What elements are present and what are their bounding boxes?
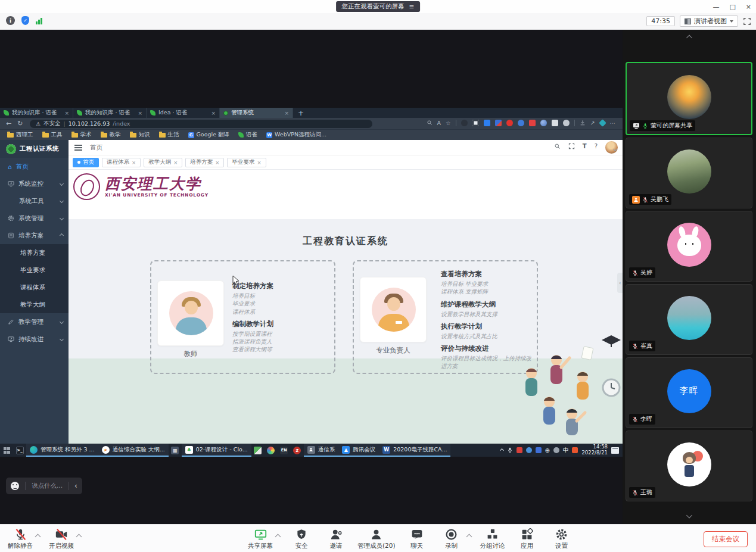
tag-training-plan[interactable]: 培养方案× xyxy=(185,158,224,167)
tag-home[interactable]: 首页 xyxy=(73,158,99,167)
bookmark-webvpn[interactable]: WWebVPN远程访问... xyxy=(266,131,326,139)
calculator-icon[interactable]: ▦ xyxy=(169,444,182,457)
browser-extension-hub-icon[interactable] xyxy=(599,119,606,127)
help-icon[interactable]: ? xyxy=(595,143,598,149)
scroll-up-icon[interactable] xyxy=(686,35,692,41)
reader-icon[interactable]: A xyxy=(437,120,441,126)
manage-members-button[interactable]: 管理成员(20) xyxy=(357,528,396,550)
new-tab-button[interactable]: + xyxy=(293,108,309,118)
favorites-icon[interactable]: ☆ xyxy=(446,120,451,126)
start-video-button[interactable]: 开启视频 xyxy=(48,528,74,550)
paint-app-icon[interactable] xyxy=(265,444,278,457)
submenu-item-syllabus[interactable]: 教学大纲 xyxy=(0,296,69,313)
chat-button[interactable]: 聊天 xyxy=(404,528,430,550)
taskbar-window-dept[interactable]: 通信系 xyxy=(304,444,339,457)
more-menu-icon[interactable]: ⋯ xyxy=(610,120,616,126)
sidebar-item-continuous-improve[interactable]: 持续改进 xyxy=(0,330,69,348)
red-app-icon[interactable]: z xyxy=(291,444,304,457)
sidebar-item-home[interactable]: ⌂ 首页 xyxy=(0,158,69,175)
sogou-icon[interactable] xyxy=(572,447,578,453)
ime-indicator[interactable]: 中 xyxy=(563,447,569,454)
tag-course-system[interactable]: 课程体系× xyxy=(102,158,141,167)
bookmark-folder[interactable]: 知识 xyxy=(130,131,150,139)
docs-extension-icon[interactable] xyxy=(484,120,490,126)
browser-tab[interactable]: Idea · 语雀 × xyxy=(147,108,220,118)
address-bar[interactable]: ⚠ 不安全 | 10.102.126.93/index xyxy=(30,120,372,128)
unmute-button[interactable]: 解除静音 xyxy=(7,528,33,550)
extension-icon[interactable] xyxy=(563,120,570,126)
tray-icon[interactable] xyxy=(517,447,522,453)
tray-network-icon[interactable]: ⊕ xyxy=(545,447,550,454)
document-extension-icon[interactable] xyxy=(552,120,558,126)
back-icon[interactable]: ← xyxy=(6,120,11,127)
participant-tile-sharer[interactable]: 萤可的屏幕共享 xyxy=(626,62,752,135)
bookmark-folder[interactable]: 学术 xyxy=(71,131,92,139)
tag-graduation-req[interactable]: 毕业要求× xyxy=(227,158,266,167)
download-icon[interactable] xyxy=(580,120,586,126)
record-options-caret[interactable] xyxy=(467,528,471,541)
mic-options-caret[interactable] xyxy=(36,528,40,541)
record-button[interactable]: 录制 xyxy=(438,528,465,550)
start-button[interactable] xyxy=(0,444,13,457)
maximize-button[interactable]: □ xyxy=(729,3,735,11)
sidebar-item-system-manage[interactable]: 系统管理 xyxy=(0,210,69,227)
sidebar-item-system-monitor[interactable]: 系统监控 xyxy=(0,175,69,192)
tray-mic-icon[interactable] xyxy=(507,447,513,453)
search-icon[interactable] xyxy=(427,120,433,126)
sidebar-item-teaching-manage[interactable]: 教学管理 xyxy=(0,313,69,330)
font-size-icon[interactable]: T xyxy=(583,143,587,149)
ime-en-icon[interactable]: EN xyxy=(278,444,291,457)
user-avatar[interactable] xyxy=(605,141,618,154)
apps-button[interactable]: 应用 xyxy=(514,528,540,550)
tag-close-icon[interactable]: × xyxy=(257,160,261,166)
participant-tile[interactable]: 王璐 xyxy=(626,431,752,501)
collapse-handle[interactable]: ‹ xyxy=(617,273,623,293)
share-options-caret[interactable] xyxy=(276,528,280,541)
tray-icon[interactable] xyxy=(536,447,542,453)
extension-icon[interactable] xyxy=(540,120,547,126)
meeting-info-icon[interactable]: i xyxy=(6,16,15,25)
taskbar-clock[interactable]: 14:58 2022/8/21 xyxy=(581,444,608,456)
settings-button[interactable]: 设置 xyxy=(549,528,575,550)
qr-extension-icon[interactable] xyxy=(472,120,479,126)
taskbar-window-meeting[interactable]: ▲ 腾讯会议 xyxy=(338,444,379,457)
share-icon[interactable]: ↗ xyxy=(590,120,595,126)
taskbar-window-clover[interactable]: ♣ 02-课程设计 - Clo... xyxy=(182,444,251,457)
tab-close-icon[interactable]: × xyxy=(284,110,289,116)
breakout-button[interactable]: 分组讨论 xyxy=(480,528,506,550)
fullscreen-icon[interactable] xyxy=(743,17,751,26)
chat-quick-input[interactable]: 说点什么... ‹ xyxy=(6,478,82,494)
search-icon[interactable] xyxy=(554,143,561,149)
notification-center-icon[interactable] xyxy=(611,447,619,454)
submenu-item-graduation-req[interactable]: 毕业要求 xyxy=(0,261,69,279)
taskbar-window-edge[interactable]: 管理系统 和另外 3 ... xyxy=(26,444,98,457)
tag-close-icon[interactable]: × xyxy=(215,160,219,166)
taskbar-window-word[interactable]: W 20200电子线路CA... xyxy=(379,444,450,457)
submenu-item-training-plan[interactable]: 培养方案 xyxy=(0,244,69,261)
collapse-chat-icon[interactable]: ‹ xyxy=(69,482,77,490)
bookmark-folder[interactable]: 工具 xyxy=(42,131,63,139)
participant-tile[interactable]: 吴鹏飞 xyxy=(626,138,752,208)
chat-placeholder[interactable]: 说点什么... xyxy=(25,482,63,490)
browser-tab[interactable]: 我的知识库 · 语雀 × xyxy=(0,108,73,118)
invite-button[interactable]: 邀请 xyxy=(323,528,349,550)
terminal-icon[interactable]: >_ xyxy=(13,444,26,457)
tag-close-icon[interactable]: × xyxy=(132,160,136,166)
taskbar-window-search[interactable]: ⌕ 通信综合实验 大纲... xyxy=(98,444,169,457)
tray-icon[interactable] xyxy=(526,447,532,453)
security-label[interactable]: 不安全 xyxy=(43,120,61,127)
participant-tile[interactable]: 李晖 李晖 xyxy=(626,357,752,428)
bookmark-folder[interactable]: 西理工 xyxy=(7,131,33,139)
extension-icon[interactable] xyxy=(461,120,468,126)
share-screen-button[interactable]: 共享屏幕 xyxy=(247,528,273,550)
extension-icon[interactable] xyxy=(518,120,524,126)
minimize-button[interactable]: — xyxy=(713,3,719,11)
extension-icon[interactable] xyxy=(506,120,513,126)
participant-tile[interactable]: 崔真 xyxy=(626,284,752,355)
browser-tab-active[interactable]: 管理系统 × xyxy=(220,108,293,118)
view-mode-button[interactable]: 演讲者视图 xyxy=(680,15,738,27)
bookmark-yuque[interactable]: 语雀 xyxy=(238,131,257,139)
tray-expand-icon[interactable] xyxy=(499,448,503,452)
close-button[interactable]: × xyxy=(746,3,751,11)
meeting-security-icon[interactable]: ✓ xyxy=(21,16,29,25)
